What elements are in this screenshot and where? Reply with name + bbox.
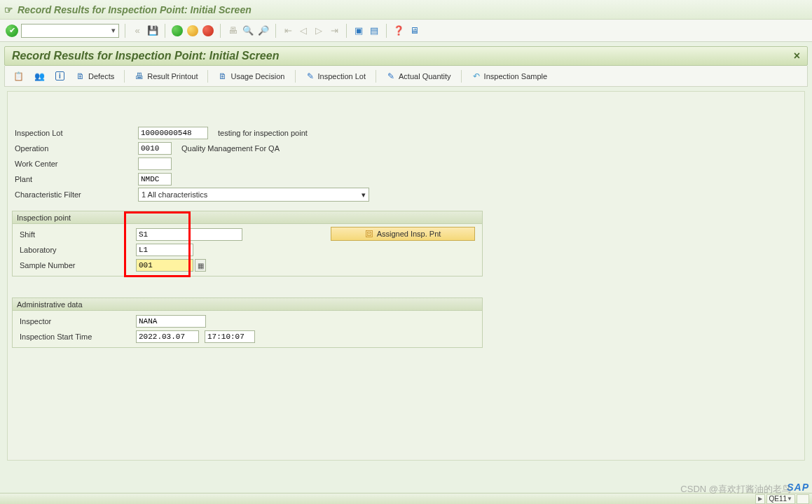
system-toolbar: ✔ « 💾 🖶 🔍 🔎 ⇤ ◁ ▷ ⇥ ▣ ▤ ❓ 🖥 <box>0 20 812 42</box>
cancel-ball-icon[interactable] <box>202 24 214 37</box>
document-icon: 🗎 <box>76 71 85 81</box>
usage-decision-button[interactable]: 🗎Usage Decision <box>214 70 289 83</box>
save-icon[interactable]: 💾 <box>146 24 159 37</box>
char-filter-label: Characteristic Filter <box>13 190 138 199</box>
help-icon[interactable]: ❓ <box>392 24 405 37</box>
assigned-insp-pnt-button[interactable]: 🞖 Assigned Insp. Pnt <box>331 227 475 241</box>
inspector-input[interactable] <box>136 315 206 328</box>
undo-icon: ↶ <box>472 71 481 81</box>
inspection-start-time-label: Inspection Start Time <box>17 332 136 341</box>
app-separator <box>124 70 125 83</box>
layout-icon[interactable]: 🖥 <box>408 24 420 37</box>
shift-label: Shift <box>17 230 136 239</box>
shift-input[interactable] <box>136 228 242 241</box>
inspection-sample-button[interactable]: ↶Inspection Sample <box>467 70 552 83</box>
actual-quantity-button[interactable]: ✎Actual Quantity <box>382 70 455 83</box>
shortcut-icon[interactable]: ▤ <box>368 24 380 37</box>
window-title: Record Results for Inspection Point: Ini… <box>18 4 252 15</box>
toolbar-separator <box>220 24 221 38</box>
toolbar-separator <box>275 24 276 38</box>
pencil-icon: ✎ <box>305 71 315 81</box>
last-page-icon[interactable]: ⇥ <box>328 24 340 37</box>
first-page-icon[interactable]: ⇤ <box>282 24 294 37</box>
admin-group-title: Administrative data <box>13 298 482 311</box>
tcode-label: QE11 <box>769 495 787 503</box>
exit-ball-icon[interactable] <box>186 24 199 37</box>
pencil-icon: ✎ <box>386 71 396 81</box>
sample-number-input[interactable] <box>136 259 193 272</box>
window-icon: ☞ <box>4 4 13 15</box>
chevron-right-icon: ▶ <box>758 496 762 502</box>
app-separator <box>376 70 376 83</box>
char-filter-select[interactable]: 1 All characteristics ▾ <box>138 188 369 202</box>
watermark-text: CSDN @喜欢打酱油的老鸟 <box>680 483 791 496</box>
inspector-label: Inspector <box>17 317 136 326</box>
clipboard-icon: 📋 <box>13 71 23 81</box>
table-icon: 🞖 <box>365 230 373 238</box>
application-toolbar: 📋 👥 i 🗎Defects 🖶Result Printout 🗎Usage D… <box>4 66 808 87</box>
inspection-lot-label: Inspection Lot <box>13 129 138 137</box>
printer-icon: 🖶 <box>135 71 144 81</box>
toolbar-separator <box>125 24 125 38</box>
toolbar-separator <box>346 24 347 38</box>
find-icon[interactable]: 🔍 <box>242 24 254 37</box>
inspection-point-group-title: Inspection point <box>13 211 482 224</box>
status-extra[interactable] <box>797 494 809 504</box>
inspection-lot-desc: testing for inspection point <box>218 129 308 137</box>
back-ball-icon[interactable] <box>171 24 184 37</box>
chevron-down-icon: ▼ <box>787 496 792 502</box>
inspection-start-date-input[interactable] <box>136 330 199 343</box>
work-center-label: Work Center <box>13 160 138 168</box>
main-content: Inspection Lot testing for inspection po… <box>7 91 805 461</box>
close-icon[interactable]: × <box>794 50 800 62</box>
assigned-insp-pnt-label: Assigned Insp. Pnt <box>377 230 441 238</box>
screen-title-bar: Record Results for Inspection Point: Ini… <box>4 46 808 66</box>
chevron-down-icon: ▾ <box>362 190 366 200</box>
app-separator <box>461 70 462 83</box>
plant-input[interactable] <box>138 173 172 186</box>
laboratory-input[interactable] <box>136 244 193 256</box>
command-field[interactable] <box>21 24 119 38</box>
people-icon: 👥 <box>34 71 44 81</box>
window-title-bar: ☞ Record Results for Inspection Point: I… <box>0 0 812 20</box>
inspection-sample-label: Inspection Sample <box>484 72 548 80</box>
defects-button[interactable]: 🗎Defects <box>71 70 118 83</box>
prev-page-icon[interactable]: ◁ <box>297 24 310 37</box>
back-icon[interactable]: « <box>131 24 144 37</box>
char-filter-value: 1 All characteristics <box>142 190 207 199</box>
sample-number-label: Sample Number <box>17 261 136 270</box>
screen-title: Record Results for Inspection Point: Ini… <box>12 50 279 62</box>
inspection-lot-input[interactable] <box>138 127 208 139</box>
find-next-icon[interactable]: 🔎 <box>257 24 270 37</box>
defects-label: Defects <box>88 72 114 80</box>
app-separator <box>295 70 296 83</box>
inspection-lot-button[interactable]: ✎Inspection Lot <box>301 70 371 83</box>
enter-icon[interactable]: ✔ <box>6 24 18 37</box>
inspection-lot-btn-label: Inspection Lot <box>318 72 366 80</box>
operation-desc: Quality Management For QA <box>181 144 280 153</box>
operation-input[interactable] <box>138 142 172 155</box>
toolbar-separator <box>386 24 387 38</box>
actual-quantity-label: Actual Quantity <box>399 72 451 80</box>
app-btn-2[interactable]: 👥 <box>30 70 48 83</box>
app-separator <box>207 70 208 83</box>
work-center-input[interactable] <box>138 158 172 170</box>
new-session-icon[interactable]: ▣ <box>352 24 365 37</box>
f4-help-button[interactable]: ▦ <box>195 259 206 272</box>
laboratory-label: Laboratory <box>17 246 136 254</box>
next-page-icon[interactable]: ▷ <box>312 24 325 37</box>
app-btn-1[interactable]: 📋 <box>9 70 27 83</box>
info-icon: i <box>55 71 64 80</box>
document-icon: 🗎 <box>218 71 228 81</box>
result-printout-label: Result Printout <box>147 72 198 80</box>
print-icon[interactable]: 🖶 <box>226 24 239 37</box>
inspection-start-time-input[interactable] <box>205 330 255 343</box>
result-printout-button[interactable]: 🖶Result Printout <box>130 70 202 83</box>
operation-label: Operation <box>13 144 138 153</box>
toolbar-separator <box>165 24 165 38</box>
app-btn-info[interactable]: i <box>51 70 69 82</box>
plant-label: Plant <box>13 175 138 183</box>
usage-decision-label: Usage Decision <box>230 72 284 80</box>
